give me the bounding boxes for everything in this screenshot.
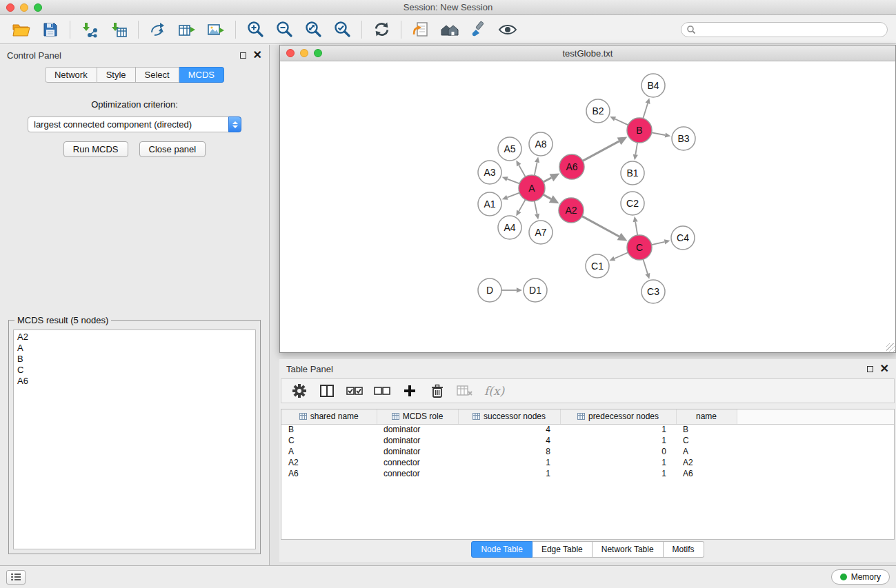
style-brush-button[interactable] xyxy=(464,18,493,41)
tab-network-table[interactable]: Network Table xyxy=(593,541,664,558)
graph-node-D1[interactable]: D1 xyxy=(524,278,547,302)
result-item[interactable]: B xyxy=(17,354,252,365)
graph-edge-A-A3[interactable] xyxy=(507,179,519,184)
graph-node-C1[interactable]: C1 xyxy=(586,254,609,278)
graph-node-B4[interactable]: B4 xyxy=(641,74,665,97)
close-panel-icon[interactable]: ✕ xyxy=(253,50,262,61)
graph-node-C[interactable]: C xyxy=(627,235,652,260)
close-window-button[interactable] xyxy=(6,3,14,12)
export-image-button[interactable] xyxy=(201,18,230,41)
graph-node-B[interactable]: B xyxy=(627,118,652,143)
graph-node-B3[interactable]: B3 xyxy=(672,127,695,150)
graph-edge-A-A5[interactable] xyxy=(519,165,525,177)
zoom-fit-button[interactable] xyxy=(299,18,328,41)
graph-node-A7[interactable]: A7 xyxy=(529,221,552,244)
graph-edge-B-B1[interactable] xyxy=(635,143,637,154)
run-mcds-button[interactable]: Run MCDS xyxy=(63,141,128,157)
graph-edge-A-A1[interactable] xyxy=(507,193,519,198)
open-session-button[interactable] xyxy=(7,18,36,41)
zoom-in-button[interactable] xyxy=(241,18,270,41)
graph-edge-B-B3[interactable] xyxy=(652,132,666,135)
search-input[interactable] xyxy=(681,22,888,37)
graph-edge-A-A6[interactable] xyxy=(544,178,552,182)
tab-network[interactable]: Network xyxy=(45,67,97,83)
graph-node-A6[interactable]: A6 xyxy=(559,154,584,179)
network-close-button[interactable] xyxy=(286,49,295,57)
network-graph[interactable]: AA6A2BCA1A3A4A5A7A8B1B2B3B4C1C2C3C4DD1 xyxy=(280,62,895,352)
tab-motifs[interactable]: Motifs xyxy=(664,541,704,558)
network-minimize-button[interactable] xyxy=(300,49,308,57)
delete-row-button[interactable] xyxy=(429,381,446,401)
column-header-mcds-role[interactable]: MCDS role xyxy=(377,409,458,424)
table-row[interactable]: A6connector11A6 xyxy=(281,468,894,479)
graph-node-A1[interactable]: A1 xyxy=(478,192,501,216)
graph-node-A4[interactable]: A4 xyxy=(498,216,521,239)
resize-grip[interactable] xyxy=(886,343,895,352)
delete-table-button[interactable] xyxy=(457,381,473,401)
graph-edge-C-C2[interactable] xyxy=(635,222,637,235)
graph-node-A[interactable]: A xyxy=(519,175,545,201)
column-header-shared-name[interactable]: shared name xyxy=(281,409,377,424)
graph-edge-A-A2[interactable] xyxy=(544,194,551,199)
table-row[interactable]: A2connector11A2 xyxy=(281,457,894,468)
minimize-window-button[interactable] xyxy=(20,3,28,12)
show-panels-button[interactable] xyxy=(6,570,26,585)
tab-edge-table[interactable]: Edge Table xyxy=(532,541,593,558)
toggle-details-button[interactable] xyxy=(493,18,522,41)
table-row[interactable]: Bdominator41B xyxy=(281,424,894,435)
home-view-button[interactable] xyxy=(435,18,464,41)
graph-node-B2[interactable]: B2 xyxy=(586,99,610,123)
function-builder-button[interactable]: f(x) xyxy=(484,381,504,401)
memory-button[interactable]: Memory xyxy=(831,569,890,585)
graph-edge-C-C4[interactable] xyxy=(652,242,665,245)
graph-node-B1[interactable]: B1 xyxy=(621,161,644,185)
tab-select[interactable]: Select xyxy=(136,67,179,83)
zoom-selected-button[interactable] xyxy=(328,18,357,41)
criterion-dropdown[interactable]: largest connected component (directed) xyxy=(28,116,241,132)
graph-node-C2[interactable]: C2 xyxy=(621,192,644,215)
close-table-panel-icon[interactable]: ✕ xyxy=(880,363,889,374)
add-row-button[interactable] xyxy=(401,381,418,401)
graph-node-D[interactable]: D xyxy=(478,278,501,302)
column-header-predecessor-nodes[interactable]: predecessor nodes xyxy=(560,409,676,424)
tab-node-table[interactable]: Node Table xyxy=(471,541,532,558)
zoom-window-button[interactable] xyxy=(34,3,42,12)
graph-edge-A-A7[interactable] xyxy=(535,201,537,214)
toggle-columns-button[interactable] xyxy=(319,381,335,401)
export-network-button[interactable] xyxy=(143,18,172,41)
result-item[interactable]: A2 xyxy=(17,332,252,343)
network-zoom-button[interactable] xyxy=(314,49,322,57)
save-session-button[interactable] xyxy=(36,18,65,41)
network-window-titlebar[interactable]: testGlobe.txt xyxy=(280,45,895,61)
graph-edge-A-A4[interactable] xyxy=(519,200,525,212)
graph-edge-A-A8[interactable] xyxy=(535,163,537,176)
result-item[interactable]: A xyxy=(17,343,252,354)
float-table-panel-icon[interactable] xyxy=(867,366,873,372)
float-panel-icon[interactable] xyxy=(240,52,246,59)
graph-node-A2[interactable]: A2 xyxy=(559,198,584,223)
result-item[interactable]: A6 xyxy=(17,376,252,387)
graph-node-A5[interactable]: A5 xyxy=(498,137,521,161)
apply-layout-button[interactable] xyxy=(367,18,396,41)
close-panel-button[interactable]: Close panel xyxy=(139,141,206,157)
graph-edge-A2-C[interactable] xyxy=(582,216,619,236)
table-settings-button[interactable] xyxy=(291,381,308,401)
column-header-successor-nodes[interactable]: successor nodes xyxy=(458,409,560,424)
graph-node-C3[interactable]: C3 xyxy=(641,280,665,303)
result-item[interactable]: C xyxy=(17,365,252,376)
column-header-name[interactable]: name xyxy=(676,409,737,424)
graph-node-A8[interactable]: A8 xyxy=(529,132,552,156)
table-row[interactable]: Cdominator41C xyxy=(281,435,894,446)
graph-edge-B-B2[interactable] xyxy=(615,119,628,125)
select-all-button[interactable] xyxy=(346,381,363,401)
export-table-button[interactable] xyxy=(172,18,201,41)
zoom-out-button[interactable] xyxy=(270,18,299,41)
import-network-button[interactable] xyxy=(75,18,104,41)
graph-node-C4[interactable]: C4 xyxy=(671,226,695,250)
graph-edge-C-C1[interactable] xyxy=(615,252,628,258)
document-arrow-button[interactable] xyxy=(406,18,435,41)
graph-edge-C-C3[interactable] xyxy=(643,259,648,274)
deselect-all-button[interactable] xyxy=(374,381,390,401)
mcds-result-list[interactable]: A2ABCA6 xyxy=(13,330,256,549)
table-row[interactable]: Adominator80A xyxy=(281,446,894,457)
